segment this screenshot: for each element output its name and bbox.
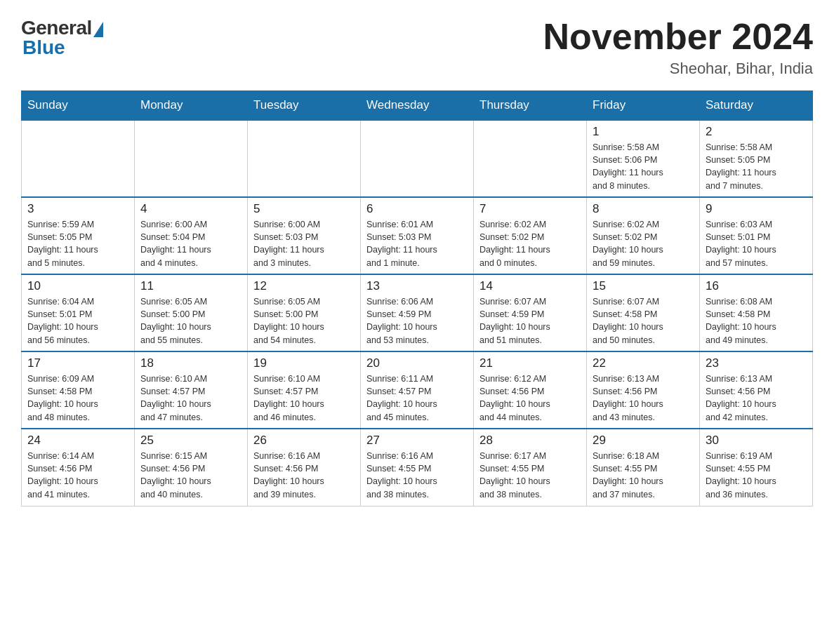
calendar-cell [474,120,587,197]
logo-blue-text: Blue [22,36,65,59]
day-info: Sunrise: 6:05 AM Sunset: 5:00 PM Dayligh… [140,295,241,347]
week-row-3: 10Sunrise: 6:04 AM Sunset: 5:01 PM Dayli… [22,274,813,351]
day-number: 17 [27,356,128,370]
day-number: 18 [140,356,241,370]
location-text: Sheohar, Bihar, India [543,60,813,78]
page-header: General Blue November 2024 Sheohar, Biha… [21,17,813,78]
calendar-cell: 28Sunrise: 6:17 AM Sunset: 4:55 PM Dayli… [474,429,587,506]
day-number: 14 [479,279,581,293]
calendar-cell: 24Sunrise: 6:14 AM Sunset: 4:56 PM Dayli… [22,429,135,506]
calendar-cell: 29Sunrise: 6:18 AM Sunset: 4:55 PM Dayli… [587,429,700,506]
week-row-5: 24Sunrise: 6:14 AM Sunset: 4:56 PM Dayli… [22,429,813,506]
calendar-cell: 3Sunrise: 5:59 AM Sunset: 5:05 PM Daylig… [22,197,135,274]
day-number: 19 [253,356,355,370]
calendar-header-row: SundayMondayTuesdayWednesdayThursdayFrid… [22,91,813,121]
day-info: Sunrise: 6:00 AM Sunset: 5:04 PM Dayligh… [140,218,241,269]
calendar-cell: 8Sunrise: 6:02 AM Sunset: 5:02 PM Daylig… [587,197,700,274]
day-info: Sunrise: 6:13 AM Sunset: 4:56 PM Dayligh… [593,373,694,424]
day-info: Sunrise: 6:01 AM Sunset: 5:03 PM Dayligh… [366,218,468,269]
day-number: 29 [593,434,694,448]
day-number: 16 [706,279,807,293]
calendar-header-tuesday: Tuesday [248,91,361,121]
day-number: 5 [253,202,355,216]
calendar-cell: 30Sunrise: 6:19 AM Sunset: 4:55 PM Dayli… [700,429,813,506]
day-info: Sunrise: 6:06 AM Sunset: 4:59 PM Dayligh… [366,295,468,347]
week-row-1: 1Sunrise: 5:58 AM Sunset: 5:06 PM Daylig… [22,120,813,197]
calendar-cell [135,120,248,197]
day-number: 6 [366,202,468,216]
day-number: 21 [479,356,581,370]
day-number: 12 [253,279,355,293]
calendar-cell: 25Sunrise: 6:15 AM Sunset: 4:56 PM Dayli… [135,429,248,506]
calendar-cell: 23Sunrise: 6:13 AM Sunset: 4:56 PM Dayli… [700,351,813,429]
month-title: November 2024 [543,17,813,57]
calendar-cell: 20Sunrise: 6:11 AM Sunset: 4:57 PM Dayli… [361,351,474,429]
day-info: Sunrise: 6:08 AM Sunset: 4:58 PM Dayligh… [706,295,807,347]
week-row-4: 17Sunrise: 6:09 AM Sunset: 4:58 PM Dayli… [22,351,813,429]
calendar-cell: 14Sunrise: 6:07 AM Sunset: 4:59 PM Dayli… [474,274,587,351]
day-number: 22 [593,356,694,370]
day-number: 24 [27,434,128,448]
calendar-cell: 12Sunrise: 6:05 AM Sunset: 5:00 PM Dayli… [248,274,361,351]
calendar-cell: 6Sunrise: 6:01 AM Sunset: 5:03 PM Daylig… [361,197,474,274]
day-info: Sunrise: 6:18 AM Sunset: 4:55 PM Dayligh… [593,450,694,501]
day-info: Sunrise: 6:14 AM Sunset: 4:56 PM Dayligh… [27,450,128,501]
calendar-cell: 7Sunrise: 6:02 AM Sunset: 5:02 PM Daylig… [474,197,587,274]
calendar-cell: 26Sunrise: 6:16 AM Sunset: 4:56 PM Dayli… [248,429,361,506]
calendar-cell: 9Sunrise: 6:03 AM Sunset: 5:01 PM Daylig… [700,197,813,274]
day-number: 3 [27,202,128,216]
calendar-header-sunday: Sunday [22,91,135,121]
calendar-cell: 4Sunrise: 6:00 AM Sunset: 5:04 PM Daylig… [135,197,248,274]
day-number: 8 [593,202,694,216]
day-info: Sunrise: 6:05 AM Sunset: 5:00 PM Dayligh… [253,295,355,347]
day-info: Sunrise: 6:17 AM Sunset: 4:55 PM Dayligh… [479,450,581,501]
day-info: Sunrise: 5:59 AM Sunset: 5:05 PM Dayligh… [27,218,128,269]
calendar-header-friday: Friday [587,91,700,121]
day-number: 1 [593,125,694,139]
calendar-cell: 16Sunrise: 6:08 AM Sunset: 4:58 PM Dayli… [700,274,813,351]
calendar-cell: 17Sunrise: 6:09 AM Sunset: 4:58 PM Dayli… [22,351,135,429]
day-info: Sunrise: 6:03 AM Sunset: 5:01 PM Dayligh… [706,218,807,269]
day-info: Sunrise: 6:12 AM Sunset: 4:56 PM Dayligh… [479,373,581,424]
calendar-cell: 18Sunrise: 6:10 AM Sunset: 4:57 PM Dayli… [135,351,248,429]
day-number: 27 [366,434,468,448]
day-info: Sunrise: 6:15 AM Sunset: 4:56 PM Dayligh… [140,450,241,501]
day-info: Sunrise: 6:07 AM Sunset: 4:58 PM Dayligh… [593,295,694,347]
day-number: 7 [479,202,581,216]
calendar-cell [361,120,474,197]
day-info: Sunrise: 6:02 AM Sunset: 5:02 PM Dayligh… [479,218,581,269]
calendar-header-wednesday: Wednesday [361,91,474,121]
calendar-cell: 21Sunrise: 6:12 AM Sunset: 4:56 PM Dayli… [474,351,587,429]
day-info: Sunrise: 6:07 AM Sunset: 4:59 PM Dayligh… [479,295,581,347]
day-info: Sunrise: 6:16 AM Sunset: 4:55 PM Dayligh… [366,450,468,501]
day-number: 11 [140,279,241,293]
day-number: 9 [706,202,807,216]
calendar-cell [248,120,361,197]
day-info: Sunrise: 6:10 AM Sunset: 4:57 PM Dayligh… [253,373,355,424]
day-info: Sunrise: 5:58 AM Sunset: 5:05 PM Dayligh… [706,141,807,192]
calendar-cell: 5Sunrise: 6:00 AM Sunset: 5:03 PM Daylig… [248,197,361,274]
title-area: November 2024 Sheohar, Bihar, India [543,17,813,78]
calendar-cell: 11Sunrise: 6:05 AM Sunset: 5:00 PM Dayli… [135,274,248,351]
calendar-header-monday: Monday [135,91,248,121]
calendar-cell: 13Sunrise: 6:06 AM Sunset: 4:59 PM Dayli… [361,274,474,351]
day-number: 28 [479,434,581,448]
day-info: Sunrise: 6:04 AM Sunset: 5:01 PM Dayligh… [27,295,128,347]
calendar-cell: 15Sunrise: 6:07 AM Sunset: 4:58 PM Dayli… [587,274,700,351]
calendar-cell: 2Sunrise: 5:58 AM Sunset: 5:05 PM Daylig… [700,120,813,197]
day-number: 20 [366,356,468,370]
day-info: Sunrise: 6:02 AM Sunset: 5:02 PM Dayligh… [593,218,694,269]
day-number: 30 [706,434,807,448]
week-row-2: 3Sunrise: 5:59 AM Sunset: 5:05 PM Daylig… [22,197,813,274]
day-info: Sunrise: 6:11 AM Sunset: 4:57 PM Dayligh… [366,373,468,424]
calendar-header-thursday: Thursday [474,91,587,121]
logo: General Blue [21,17,103,59]
calendar-header-saturday: Saturday [700,91,813,121]
day-info: Sunrise: 6:16 AM Sunset: 4:56 PM Dayligh… [253,450,355,501]
day-number: 13 [366,279,468,293]
day-info: Sunrise: 6:10 AM Sunset: 4:57 PM Dayligh… [140,373,241,424]
day-info: Sunrise: 6:13 AM Sunset: 4:56 PM Dayligh… [706,373,807,424]
calendar-cell: 19Sunrise: 6:10 AM Sunset: 4:57 PM Dayli… [248,351,361,429]
day-info: Sunrise: 6:00 AM Sunset: 5:03 PM Dayligh… [253,218,355,269]
calendar-table: SundayMondayTuesdayWednesdayThursdayFrid… [21,90,813,507]
